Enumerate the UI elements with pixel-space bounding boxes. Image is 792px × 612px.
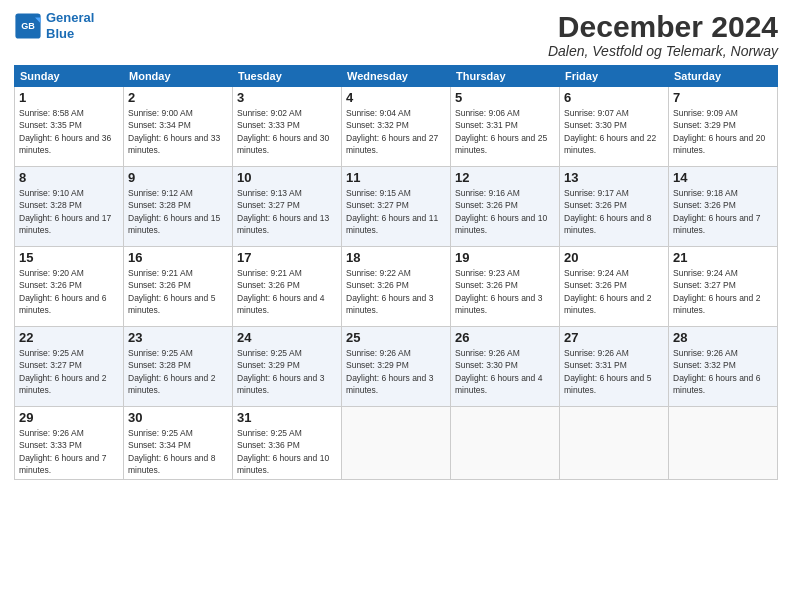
sunrise: Sunrise: 9:04 AM xyxy=(346,108,411,118)
logo-line2: Blue xyxy=(46,26,74,41)
sunrise: Sunrise: 9:17 AM xyxy=(564,188,629,198)
day-detail: Sunrise: 9:26 AM Sunset: 3:31 PM Dayligh… xyxy=(564,347,664,396)
day-detail: Sunrise: 9:26 AM Sunset: 3:33 PM Dayligh… xyxy=(19,427,119,476)
sunrise: Sunrise: 9:22 AM xyxy=(346,268,411,278)
sunset: Sunset: 3:33 PM xyxy=(19,440,82,450)
calendar-cell: 14 Sunrise: 9:18 AM Sunset: 3:26 PM Dayl… xyxy=(669,167,778,247)
day-detail: Sunrise: 9:06 AM Sunset: 3:31 PM Dayligh… xyxy=(455,107,555,156)
sunrise: Sunrise: 9:26 AM xyxy=(19,428,84,438)
daylight: Daylight: 6 hours and 2 minutes. xyxy=(564,293,651,315)
sunrise: Sunrise: 9:25 AM xyxy=(19,348,84,358)
day-detail: Sunrise: 9:25 AM Sunset: 3:28 PM Dayligh… xyxy=(128,347,228,396)
calendar-cell: 23 Sunrise: 9:25 AM Sunset: 3:28 PM Dayl… xyxy=(124,327,233,407)
calendar-cell: 13 Sunrise: 9:17 AM Sunset: 3:26 PM Dayl… xyxy=(560,167,669,247)
calendar-cell: 31 Sunrise: 9:25 AM Sunset: 3:36 PM Dayl… xyxy=(233,407,342,480)
calendar-cell: 21 Sunrise: 9:24 AM Sunset: 3:27 PM Dayl… xyxy=(669,247,778,327)
day-detail: Sunrise: 9:02 AM Sunset: 3:33 PM Dayligh… xyxy=(237,107,337,156)
day-number: 11 xyxy=(346,170,446,185)
calendar-cell: 12 Sunrise: 9:16 AM Sunset: 3:26 PM Dayl… xyxy=(451,167,560,247)
day-number: 4 xyxy=(346,90,446,105)
day-number: 9 xyxy=(128,170,228,185)
sunrise: Sunrise: 9:18 AM xyxy=(673,188,738,198)
day-number: 19 xyxy=(455,250,555,265)
day-detail: Sunrise: 9:20 AM Sunset: 3:26 PM Dayligh… xyxy=(19,267,119,316)
calendar-cell: 24 Sunrise: 9:25 AM Sunset: 3:29 PM Dayl… xyxy=(233,327,342,407)
daylight: Daylight: 6 hours and 27 minutes. xyxy=(346,133,438,155)
calendar-week-3: 22 Sunrise: 9:25 AM Sunset: 3:27 PM Dayl… xyxy=(15,327,778,407)
day-number: 2 xyxy=(128,90,228,105)
day-detail: Sunrise: 9:25 AM Sunset: 3:36 PM Dayligh… xyxy=(237,427,337,476)
daylight: Daylight: 6 hours and 22 minutes. xyxy=(564,133,656,155)
header: GB General Blue December 2024 Dalen, Ves… xyxy=(14,10,778,59)
month-title: December 2024 xyxy=(548,10,778,43)
daylight: Daylight: 6 hours and 20 minutes. xyxy=(673,133,765,155)
daylight: Daylight: 6 hours and 10 minutes. xyxy=(455,213,547,235)
calendar-cell: 22 Sunrise: 9:25 AM Sunset: 3:27 PM Dayl… xyxy=(15,327,124,407)
day-detail: Sunrise: 9:04 AM Sunset: 3:32 PM Dayligh… xyxy=(346,107,446,156)
sunset: Sunset: 3:32 PM xyxy=(673,360,736,370)
logo-icon: GB xyxy=(14,12,42,40)
day-detail: Sunrise: 9:00 AM Sunset: 3:34 PM Dayligh… xyxy=(128,107,228,156)
day-number: 21 xyxy=(673,250,773,265)
daylight: Daylight: 6 hours and 3 minutes. xyxy=(237,373,324,395)
sunset: Sunset: 3:32 PM xyxy=(346,120,409,130)
day-detail: Sunrise: 9:21 AM Sunset: 3:26 PM Dayligh… xyxy=(128,267,228,316)
calendar-week-1: 8 Sunrise: 9:10 AM Sunset: 3:28 PM Dayli… xyxy=(15,167,778,247)
sunset: Sunset: 3:34 PM xyxy=(128,440,191,450)
calendar-cell: 2 Sunrise: 9:00 AM Sunset: 3:34 PM Dayli… xyxy=(124,87,233,167)
calendar-cell: 30 Sunrise: 9:25 AM Sunset: 3:34 PM Dayl… xyxy=(124,407,233,480)
sunrise: Sunrise: 9:21 AM xyxy=(237,268,302,278)
day-detail: Sunrise: 9:23 AM Sunset: 3:26 PM Dayligh… xyxy=(455,267,555,316)
daylight: Daylight: 6 hours and 8 minutes. xyxy=(128,453,215,475)
sunset: Sunset: 3:26 PM xyxy=(237,280,300,290)
daylight: Daylight: 6 hours and 6 minutes. xyxy=(673,373,760,395)
th-friday: Friday xyxy=(560,66,669,87)
day-number: 7 xyxy=(673,90,773,105)
daylight: Daylight: 6 hours and 2 minutes. xyxy=(128,373,215,395)
sunrise: Sunrise: 9:25 AM xyxy=(237,348,302,358)
sunrise: Sunrise: 9:25 AM xyxy=(128,428,193,438)
sunrise: Sunrise: 9:25 AM xyxy=(128,348,193,358)
sunrise: Sunrise: 9:02 AM xyxy=(237,108,302,118)
day-detail: Sunrise: 9:22 AM Sunset: 3:26 PM Dayligh… xyxy=(346,267,446,316)
sunset: Sunset: 3:29 PM xyxy=(237,360,300,370)
day-number: 15 xyxy=(19,250,119,265)
calendar-cell xyxy=(669,407,778,480)
daylight: Daylight: 6 hours and 17 minutes. xyxy=(19,213,111,235)
day-number: 18 xyxy=(346,250,446,265)
day-detail: Sunrise: 9:21 AM Sunset: 3:26 PM Dayligh… xyxy=(237,267,337,316)
calendar-cell: 9 Sunrise: 9:12 AM Sunset: 3:28 PM Dayli… xyxy=(124,167,233,247)
daylight: Daylight: 6 hours and 5 minutes. xyxy=(128,293,215,315)
th-monday: Monday xyxy=(124,66,233,87)
calendar-cell: 27 Sunrise: 9:26 AM Sunset: 3:31 PM Dayl… xyxy=(560,327,669,407)
day-number: 23 xyxy=(128,330,228,345)
sunrise: Sunrise: 9:12 AM xyxy=(128,188,193,198)
sunset: Sunset: 3:26 PM xyxy=(564,280,627,290)
daylight: Daylight: 6 hours and 6 minutes. xyxy=(19,293,106,315)
th-saturday: Saturday xyxy=(669,66,778,87)
sunset: Sunset: 3:27 PM xyxy=(673,280,736,290)
calendar-cell: 1 Sunrise: 8:58 AM Sunset: 3:35 PM Dayli… xyxy=(15,87,124,167)
day-detail: Sunrise: 9:09 AM Sunset: 3:29 PM Dayligh… xyxy=(673,107,773,156)
sunrise: Sunrise: 9:10 AM xyxy=(19,188,84,198)
day-number: 31 xyxy=(237,410,337,425)
sunrise: Sunrise: 9:25 AM xyxy=(237,428,302,438)
sunset: Sunset: 3:34 PM xyxy=(128,120,191,130)
logo: GB General Blue xyxy=(14,10,94,41)
daylight: Daylight: 6 hours and 4 minutes. xyxy=(455,373,542,395)
calendar-cell: 5 Sunrise: 9:06 AM Sunset: 3:31 PM Dayli… xyxy=(451,87,560,167)
sunset: Sunset: 3:27 PM xyxy=(237,200,300,210)
sunrise: Sunrise: 9:26 AM xyxy=(455,348,520,358)
calendar-cell: 11 Sunrise: 9:15 AM Sunset: 3:27 PM Dayl… xyxy=(342,167,451,247)
calendar-cell: 3 Sunrise: 9:02 AM Sunset: 3:33 PM Dayli… xyxy=(233,87,342,167)
sunrise: Sunrise: 9:13 AM xyxy=(237,188,302,198)
day-number: 27 xyxy=(564,330,664,345)
day-detail: Sunrise: 9:24 AM Sunset: 3:27 PM Dayligh… xyxy=(673,267,773,316)
sunset: Sunset: 3:35 PM xyxy=(19,120,82,130)
day-number: 1 xyxy=(19,90,119,105)
day-detail: Sunrise: 9:16 AM Sunset: 3:26 PM Dayligh… xyxy=(455,187,555,236)
day-number: 14 xyxy=(673,170,773,185)
day-number: 29 xyxy=(19,410,119,425)
day-number: 6 xyxy=(564,90,664,105)
sunrise: Sunrise: 9:24 AM xyxy=(673,268,738,278)
